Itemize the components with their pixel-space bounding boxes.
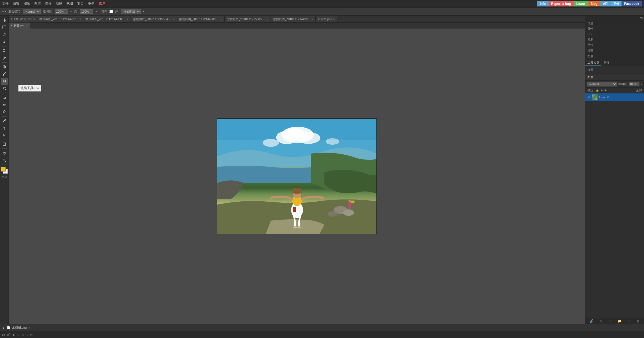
- tab-wechat2[interactable]: 微信截图_201811121440005... ×: [83, 16, 131, 23]
- side-item-css[interactable]: CSS: [585, 32, 644, 37]
- canvas-image[interactable]: [217, 118, 377, 234]
- new-layer-icon[interactable]: ⊞: [628, 319, 630, 323]
- lock-position-icon[interactable]: ⊕: [601, 89, 603, 92]
- zoom-tool[interactable]: [1, 157, 8, 164]
- menu-item-view[interactable]: 视图: [66, 1, 73, 6]
- magic-wand-tool[interactable]: [1, 38, 8, 45]
- menu-item-more[interactable]: 更多: [88, 1, 94, 6]
- move-tool[interactable]: [1, 17, 8, 24]
- burn-tool[interactable]: [1, 108, 8, 115]
- gradient-tool[interactable]: [1, 101, 8, 108]
- side-item-layers[interactable]: 图层: [585, 53, 644, 59]
- side-item-properties[interactable]: 属性: [585, 26, 644, 32]
- selection-rect-tool[interactable]: [1, 24, 8, 31]
- history-brush-tool[interactable]: [1, 85, 8, 92]
- api-badge[interactable]: API: [600, 1, 611, 6]
- eraser-tool[interactable]: [1, 94, 8, 101]
- status-icon-fx[interactable]: ef: [7, 333, 10, 337]
- link-layers-icon[interactable]: 🔗: [590, 319, 594, 323]
- pen-tool[interactable]: [1, 117, 8, 124]
- layer-visibility-icon[interactable]: 👁: [587, 95, 591, 99]
- status-icon-resize[interactable]: ↕: [26, 333, 28, 337]
- tab-sample-active[interactable]: 示例图.psd ×: [9, 23, 30, 28]
- shape-tool[interactable]: [1, 141, 8, 148]
- bottom-tab-arrow[interactable]: ▲: [2, 326, 5, 329]
- layer-style-icon[interactable]: fx: [600, 319, 602, 323]
- layer-row-0[interactable]: 👁 Layer 0: [585, 93, 644, 101]
- status-icon-fill[interactable]: ⊟: [17, 333, 19, 337]
- delete-layer-icon[interactable]: 🗑: [636, 319, 640, 323]
- tab-wechat1-close[interactable]: ×: [79, 18, 81, 21]
- menu-item-layer[interactable]: 图层: [34, 1, 41, 6]
- heal-tool[interactable]: [1, 63, 8, 70]
- crop-tool[interactable]: [1, 47, 8, 54]
- lock-all-icon[interactable]: ⊠: [604, 89, 606, 92]
- learn-badge[interactable]: Learn: [574, 1, 588, 6]
- menu-item-image[interactable]: 图象: [24, 1, 30, 6]
- hand-tool[interactable]: [1, 150, 8, 157]
- tab-wechat4-close[interactable]: ×: [221, 18, 222, 21]
- bottom-tab-filename[interactable]: 示例图.png: [12, 326, 27, 330]
- report-badge[interactable]: Report a bug: [549, 1, 574, 6]
- source-select[interactable]: 当前图层: [121, 9, 141, 14]
- menu-item-select[interactable]: 选择: [45, 1, 51, 6]
- tab-wechat5-close[interactable]: ×: [267, 18, 268, 21]
- menu-item-window[interactable]: 窗口: [77, 1, 84, 6]
- twi-badge[interactable]: Twi: [611, 1, 621, 6]
- panel-collapse-btn[interactable]: ≪: [640, 16, 643, 20]
- side-item-info[interactable]: 信息: [585, 20, 644, 26]
- brush-tool[interactable]: [1, 71, 8, 78]
- eyedropper-tool[interactable]: [1, 54, 8, 61]
- status-icon-contrast[interactable]: ◑: [12, 333, 14, 337]
- clone-tool[interactable]: [1, 78, 8, 85]
- status-icon-loop[interactable]: ⊡: [2, 333, 5, 337]
- menu-item-file[interactable]: 文件: [2, 1, 9, 6]
- tab-wechat3[interactable]: 微信图片_20181112153543... ×: [131, 16, 177, 23]
- tab-wechat3-close[interactable]: ×: [173, 18, 175, 21]
- tab-wechat1[interactable]: 微信截图_20181112144707... ×: [37, 16, 83, 23]
- svg-rect-6: [3, 97, 6, 99]
- side-item-para[interactable]: 段落: [585, 48, 644, 53]
- info-badge[interactable]: Info: [537, 1, 549, 6]
- tab-wechat4[interactable]: 微信截图_201811121440005... ×: [177, 16, 225, 23]
- lock-pixels-icon[interactable]: 🔒: [596, 89, 599, 92]
- status-icon-delete[interactable]: ⊘: [30, 333, 33, 337]
- text-tool[interactable]: T: [1, 125, 8, 132]
- align-checkbox[interactable]: [109, 10, 113, 13]
- color-swatches[interactable]: [1, 167, 8, 174]
- fb-badge[interactable]: Facebook: [621, 1, 642, 6]
- history-tab[interactable]: 历史记录: [585, 59, 601, 66]
- history-item-open[interactable]: 打开: [587, 67, 642, 72]
- menu-item-user[interactable]: 索户: [99, 1, 105, 6]
- tab-wechat2-close[interactable]: ×: [127, 18, 129, 21]
- layer-group-icon[interactable]: 📁: [617, 319, 621, 323]
- svg-line-1: [4, 57, 5, 58]
- layer-mask-icon[interactable]: ⊟: [609, 319, 611, 323]
- tab-wechat6-close[interactable]: ×: [312, 18, 313, 21]
- tab-wechat6[interactable]: 微信截图_201811121440S... ×: [271, 16, 316, 23]
- tab-sample-active-close[interactable]: ×: [26, 24, 28, 27]
- tab-sample-psd-close[interactable]: ×: [333, 18, 335, 21]
- layer-blend-mode-select[interactable]: Normal: [587, 82, 617, 86]
- sample-tab[interactable]: 取样: [601, 59, 612, 66]
- bottom-tab-close[interactable]: ×: [28, 326, 30, 330]
- tab-sample-psd[interactable]: 示例图.psd ×: [316, 16, 337, 23]
- foreground-color-swatch[interactable]: [1, 167, 6, 172]
- flow-input[interactable]: [80, 9, 93, 14]
- tab-tools-close[interactable]: ×: [33, 18, 35, 21]
- side-item-char[interactable]: 字符: [585, 42, 644, 48]
- swap-colors-icon[interactable]: ⇄: [5, 176, 7, 179]
- menu-item-filter[interactable]: 滤镜: [56, 1, 62, 6]
- lasso-tool[interactable]: [1, 31, 8, 38]
- menu-item-edit[interactable]: 编辑: [13, 1, 19, 6]
- tab-tools[interactable]: TOOLS指南.psd ×: [9, 16, 37, 23]
- layer-opacity-input[interactable]: [629, 82, 639, 86]
- default-colors-icon[interactable]: ⊡: [2, 176, 4, 179]
- opacity-input[interactable]: [55, 9, 68, 14]
- blend-mode-select[interactable]: Normal: [23, 9, 41, 14]
- tab-wechat5[interactable]: 微信截图_20181112155855... ×: [225, 16, 271, 23]
- path-select-tool[interactable]: [1, 132, 8, 139]
- blog-badge[interactable]: Blog: [588, 1, 600, 6]
- side-item-brush[interactable]: 笔刷: [585, 37, 644, 42]
- status-icon-folder[interactable]: ⊞: [21, 333, 24, 337]
